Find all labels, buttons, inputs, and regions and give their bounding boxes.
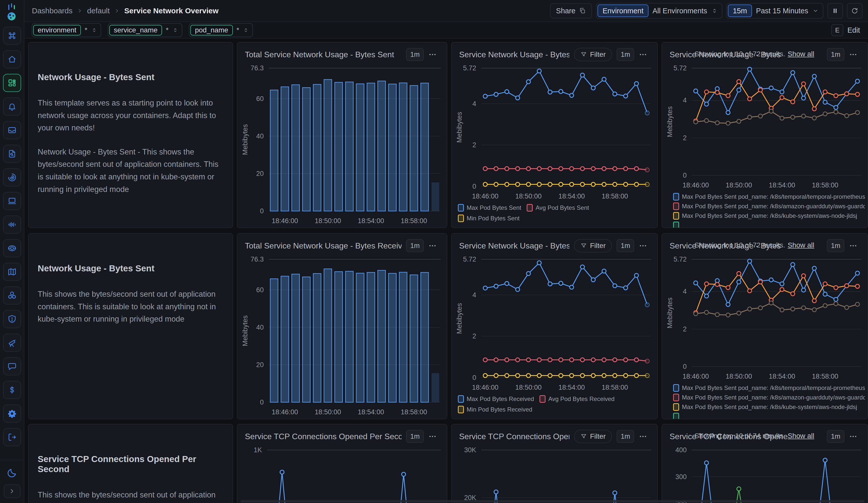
legend-item[interactable]: Max Pod Bytes Sent pod_name: /k8s/amazon… xyxy=(673,393,865,402)
time-range-selector[interactable]: 15m Past 15 Minutes xyxy=(726,3,823,19)
line-chart-tcp-connections[interactable]: 1K500018:46:0018:50:0018:54:0018:58:00 xyxy=(237,446,447,503)
resolution-chip[interactable]: 1m xyxy=(827,239,844,252)
legend-item[interactable]: Max Pod Bytes Sent pod_name: /k8s/kube-s… xyxy=(673,211,865,220)
legend-item[interactable]: Max Pod Bytes Sent pod_name: /k8s/amazon… xyxy=(673,202,865,211)
breadcrumb-dashboards[interactable]: Dashboards xyxy=(32,7,73,15)
panel-menu-button[interactable] xyxy=(639,239,651,252)
sidebar-item-inbox[interactable] xyxy=(3,121,21,139)
environment-chip[interactable]: Environment xyxy=(598,4,649,17)
bar-chart-total-bytes-received[interactable]: 76.36040200Mebibytes18:46:0018:50:0018:5… xyxy=(237,255,447,419)
sidebar-item-cost[interactable] xyxy=(3,381,21,399)
panel-bytes-sent-top-pods: Service Network Usage - Bytes Showing to… xyxy=(662,42,868,228)
legend-item[interactable]: Max Pod Bytes Received xyxy=(458,394,534,404)
panel-menu-button[interactable] xyxy=(639,48,651,61)
sidebar-item-home[interactable] xyxy=(3,50,21,68)
resolution-chip[interactable]: 1m xyxy=(617,48,634,61)
variable-pod-name[interactable]: pod_name * xyxy=(189,23,253,37)
filter-button[interactable]: Filter xyxy=(574,430,612,443)
share-button[interactable]: Share xyxy=(550,3,592,18)
sidebar-item-infrastructure[interactable] xyxy=(3,286,21,305)
show-all-link[interactable]: Show all xyxy=(788,50,814,58)
resolution-chip[interactable]: 1m xyxy=(617,430,634,443)
sidebar-dark-mode-button[interactable] xyxy=(7,467,18,479)
chevron-updown-icon[interactable] xyxy=(172,27,178,33)
horizontal-scrollbar[interactable] xyxy=(240,500,865,503)
legend-item[interactable]: Min Pod Bytes Sent xyxy=(458,214,520,223)
sidebar-item-workloads[interactable] xyxy=(3,192,21,210)
legend-item[interactable]: Max Pod Bytes Sent pod_name: /k8s/tempor… xyxy=(673,383,865,393)
line-chart-bytes-received[interactable]: 5.72420Mebibytes18:46:0018:50:0018:54:00… xyxy=(452,255,657,419)
line-chart-bytes-received-top-pods[interactable]: 5.72420Mebibytes18:46:0018:50:0018:54:00… xyxy=(662,255,868,419)
sidebar-item-logout[interactable] xyxy=(3,428,21,446)
resolution-chip[interactable]: 1m xyxy=(406,430,424,443)
resolution-chip[interactable]: 1m xyxy=(406,48,424,61)
legend-item[interactable]: Max Pod Bytes Sent pod_name: /k8s/tempor… xyxy=(673,192,865,202)
template-variables-bar: environment * service_name * pod_name * … xyxy=(24,22,868,39)
sidebar-item-service-map[interactable] xyxy=(3,263,21,281)
sidebar-item-network[interactable] xyxy=(3,239,21,257)
edit-button[interactable]: Edit xyxy=(847,26,860,34)
legend-item[interactable]: Avg Pod Bytes Received xyxy=(539,394,614,404)
line-chart-tcp-connections-filtered[interactable]: 30K20K10K018:46:0018:50:0018:54:0018:58:… xyxy=(452,446,657,503)
sidebar-expand-button[interactable] xyxy=(4,484,20,498)
sidebar-item-dashboards[interactable] xyxy=(3,74,21,92)
panel-menu-button[interactable] xyxy=(428,239,441,252)
svg-text:0: 0 xyxy=(473,374,476,381)
sidebar-item-alerts[interactable] xyxy=(3,97,21,115)
resolution-chip[interactable]: 1m xyxy=(406,239,424,252)
legend-item[interactable]: Min Pod Bytes Received xyxy=(458,405,532,414)
chart-legend: Max Pod Bytes Sent pod_name: /k8s/tempor… xyxy=(662,383,868,419)
panel-menu-button[interactable] xyxy=(428,430,441,443)
show-all-link[interactable]: Show all xyxy=(788,432,814,440)
breadcrumb-default[interactable]: default xyxy=(87,7,110,15)
line-chart-bytes-sent-aggregate[interactable]: 5.72420Mebibytes18:46:0018:50:0018:54:00… xyxy=(452,64,657,228)
sidebar-item-settings[interactable] xyxy=(3,404,21,423)
svg-text:18:58:00: 18:58:00 xyxy=(601,384,628,391)
legend-item[interactable]: Max Pod Bytes Sent xyxy=(458,203,521,213)
chevron-updown-icon[interactable] xyxy=(243,27,249,33)
resolution-chip[interactable]: 1m xyxy=(827,48,844,61)
time-range-value[interactable]: Past 15 Minutes xyxy=(756,7,808,15)
time-range-chip[interactable]: 15m xyxy=(728,4,752,17)
sidebar-item-logs[interactable] xyxy=(3,145,21,163)
panel-menu-button[interactable] xyxy=(849,430,861,443)
filter-button[interactable]: Filter xyxy=(574,239,612,253)
legend-item[interactable]: Avg Pod Bytes Sent xyxy=(527,203,589,213)
sidebar-item-explore[interactable] xyxy=(3,333,21,352)
environment-selector[interactable]: Environment All Environments xyxy=(596,3,722,19)
resolution-chip[interactable]: 1m xyxy=(827,430,844,443)
variable-value[interactable]: * xyxy=(85,26,87,34)
panel-menu-button[interactable] xyxy=(428,48,441,61)
chevron-updown-icon[interactable] xyxy=(91,27,97,33)
panel-menu-button[interactable] xyxy=(849,48,861,61)
chevron-down-icon xyxy=(812,8,819,14)
legend-item[interactable] xyxy=(673,412,865,419)
resolution-chip[interactable]: 1m xyxy=(617,239,634,252)
filter-button[interactable]: Filter xyxy=(574,48,612,61)
pause-refresh-button[interactable] xyxy=(827,3,843,19)
variable-name[interactable]: service_name xyxy=(109,25,162,35)
line-chart-tcp-connections-top-pods[interactable]: 400300200100018:46:0018:50:0018:54:0018:… xyxy=(662,446,868,503)
legend-item[interactable] xyxy=(673,220,865,228)
variable-value[interactable]: * xyxy=(166,26,168,34)
sidebar-item-command-palette[interactable] xyxy=(3,27,21,45)
sidebar-item-waveform[interactable] xyxy=(3,216,21,234)
variable-service-name[interactable]: service_name * xyxy=(108,23,182,37)
show-all-link[interactable]: Show all xyxy=(788,241,814,249)
refresh-button[interactable] xyxy=(847,3,862,19)
environment-value[interactable]: All Environments xyxy=(652,7,707,15)
line-chart-bytes-sent-top-pods[interactable]: 5.72420Mebibytes18:46:0018:50:0018:54:00… xyxy=(662,64,868,228)
panel-menu-button[interactable] xyxy=(639,430,651,443)
variable-name[interactable]: pod_name xyxy=(190,25,232,35)
sidebar-item-chat[interactable] xyxy=(3,357,21,376)
variable-value[interactable]: * xyxy=(237,26,239,34)
panel-tcp-connections-top-pods: Service TCP Connections Opene Showing to… xyxy=(662,424,868,503)
app-logo[interactable] xyxy=(4,3,20,22)
legend-item[interactable]: Max Pod Bytes Sent pod_name: /k8s/kube-s… xyxy=(673,402,865,412)
bar-chart-total-bytes-sent[interactable]: 76.36040200Mebibytes18:46:0018:50:0018:5… xyxy=(237,64,447,228)
sidebar-item-traces[interactable] xyxy=(3,168,21,186)
variable-environment[interactable]: environment * xyxy=(32,23,101,37)
variable-name[interactable]: environment xyxy=(33,25,81,35)
sidebar-item-security[interactable] xyxy=(3,310,21,328)
panel-menu-button[interactable] xyxy=(849,239,861,252)
